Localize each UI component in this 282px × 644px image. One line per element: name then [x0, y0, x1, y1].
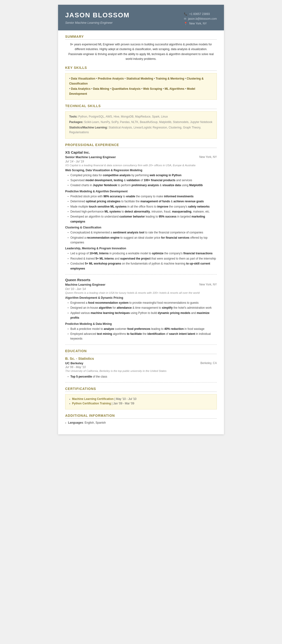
- experience-title: PROFESSIONAL EXPERIENCE: [65, 143, 217, 148]
- summary-text: 9+ years experienced ML Engineer with pr…: [65, 42, 217, 62]
- bullet-item: Employed advanced text mining algorithms…: [68, 332, 217, 341]
- summary-section: SUMMARY 9+ years experienced ML Engineer…: [65, 35, 217, 62]
- candidate-name: JASON BLOSSOM: [65, 12, 130, 19]
- location-text: New York, NY: [189, 22, 207, 25]
- bullet-item: Supervised model development, testing & …: [68, 178, 217, 182]
- bullet-item: Conducted 5+ ML workshop programs on the…: [68, 261, 217, 271]
- edu-achievement: Top 5 percentile of the class: [68, 374, 217, 379]
- job-location-xs: New York, NY: [199, 155, 217, 159]
- statistics-line: Statistics/Machine Learning: Statistical…: [69, 126, 213, 134]
- edu-location: Berkeley, CA: [200, 362, 217, 365]
- summary-title: SUMMARY: [65, 35, 217, 40]
- bullets-algorithm: Engineered a food recommendation system …: [65, 300, 217, 320]
- divider-2: [65, 344, 217, 345]
- header-section: JASON BLOSSOM Senior Machine Learning En…: [58, 5, 224, 30]
- resume-container: JASON BLOSSOM Senior Machine Learning En…: [58, 5, 224, 434]
- packages-line: Packages: Scikit-Learn, NumPy, SciPy, Pa…: [69, 120, 213, 124]
- contact-info: 📞 +1 83657 23893 ✉ jason.b@blossom.com 📍…: [184, 12, 217, 25]
- phone-icon: 📞: [184, 12, 187, 16]
- bullet-item: Conceptualized & implemented a sentiment…: [68, 230, 217, 235]
- company-name-xs: XS Capital Inc.: [65, 150, 217, 154]
- bullet-item: Originated a recommendation engine to su…: [68, 235, 217, 245]
- phone-number: +1 83657 23893: [189, 12, 210, 16]
- job-xs-capital: XS Capital Inc. Senior Machine Learning …: [65, 150, 217, 271]
- job-title-xs: Senior Machine Learning Engineer: [65, 155, 116, 159]
- technical-skills-title: TECHNICAL SKILLS: [65, 104, 217, 109]
- location-contact: 📍 New York, NY: [184, 22, 217, 25]
- bullets-predictive: Predicted stock price with 98% accuracy …: [65, 194, 217, 224]
- degree-name: B. Sc. - Statistics: [65, 356, 217, 360]
- key-skills-section: KEY SKILLS • Data Visualization • Predic…: [65, 66, 217, 100]
- job-desc-xs: XS Capital is a leading financial & data…: [65, 164, 217, 167]
- key-skills-title: KEY SKILLS: [65, 66, 217, 71]
- job-title-queen: Machine Learning Engineer: [65, 283, 106, 286]
- bullet-item: Recruited & trained 5+ ML interns and su…: [68, 256, 217, 261]
- bullet-item: Predicted stock price with 98% accuracy …: [68, 194, 217, 199]
- subsection-algorithm: Algorithm Development & Dynamic Pricing: [65, 296, 217, 300]
- education-title: EDUCATION: [65, 349, 217, 354]
- divider-1: [65, 274, 217, 274]
- additional-title: ADDITIONAL INFORMATION: [65, 414, 217, 419]
- bullet-item: Devised high-performance ML systems to d…: [68, 209, 217, 214]
- additional-languages: Languages: English, Spanish: [65, 421, 217, 424]
- job-desc-queen: Queen Resorts is a leading chain in USA …: [65, 291, 217, 294]
- header-left: JASON BLOSSOM Senior Machine Learning En…: [65, 12, 130, 24]
- bullets-web-scraping: Compiled pricing data for competitive an…: [65, 173, 217, 188]
- candidate-title: Senior Machine Learning Engineer: [65, 21, 130, 24]
- certifications-section: CERTIFICATIONS Machine Learning Certific…: [65, 387, 217, 410]
- experience-section: PROFESSIONAL EXPERIENCE XS Capital Inc. …: [65, 143, 217, 345]
- subsection-clustering: Clustering & Classification: [65, 226, 217, 229]
- bullet-item: Applied various machine learning techniq…: [68, 310, 217, 320]
- subsection-web-scraping: Web Scraping, Data Visualization & Regre…: [65, 168, 217, 172]
- certifications-box: Machine Learning Certification | May '10…: [65, 394, 217, 410]
- job-header-xs: Senior Machine Learning Engineer New Yor…: [65, 155, 217, 159]
- divider-3: [65, 382, 217, 382]
- skills-line-2: • Data Analytics • Data Mining • Quantit…: [69, 86, 213, 97]
- location-icon: 📍: [184, 22, 187, 25]
- job-dates-queen: Oct '10 - Jun '14: [65, 287, 217, 291]
- bullets-data-mining: Built a predictive model to analyze cust…: [65, 326, 217, 341]
- certifications-title: CERTIFICATIONS: [65, 387, 217, 392]
- bullet-item: Built a predictive model to analyze cust…: [68, 326, 217, 331]
- job-dates-xs: Jul '14 - Jul '19: [65, 160, 217, 163]
- company-name-queen: Queen Resorts: [65, 278, 217, 282]
- additional-section: ADDITIONAL INFORMATION Languages: Englis…: [65, 414, 217, 424]
- bullet-item: Compiled pricing data for competitive an…: [68, 173, 217, 178]
- subsection-leadership: Leadership, Mentoring & Program Innovati…: [65, 247, 217, 250]
- phone-contact: 📞 +1 83657 23893: [184, 12, 217, 16]
- bullet-item: Engineered a food recommendation system …: [68, 300, 217, 305]
- edu-bullets: Top 5 percentile of the class: [65, 374, 217, 379]
- email-contact: ✉ jason.b@blossom.com: [184, 17, 217, 20]
- education-section: EDUCATION B. Sc. - Statistics UC Berkele…: [65, 349, 217, 382]
- email-icon: ✉: [184, 17, 186, 20]
- skills-line-1: • Data Visualization • Predictive Analys…: [69, 76, 213, 86]
- cert-item-1: Machine Learning Certification | May '10…: [69, 397, 213, 400]
- subsection-data-mining: Predictive Modeling & Data Mining: [65, 322, 217, 326]
- bullet-item: Determined optimal pricing strategies to…: [68, 199, 217, 204]
- job-queen-resorts: Queen Resorts Machine Learning Engineer …: [65, 278, 217, 341]
- tools-line: Tools: Python, PostgreSQL, AWS, Hive, Mo…: [69, 114, 213, 119]
- main-content: SUMMARY 9+ years experienced ML Engineer…: [58, 30, 224, 434]
- bullet-item: Created charts in Jupyter Notebook to pe…: [68, 183, 217, 188]
- technical-skills-box: Tools: Python, PostgreSQL, AWS, Hive, Mo…: [65, 111, 217, 139]
- bullet-item: Developed an algorithm to understand cus…: [68, 214, 217, 224]
- bullets-leadership: Led a group of 10+ML Interns in producin…: [65, 251, 217, 271]
- bullet-item: Led a group of 10+ML Interns in producin…: [68, 251, 217, 256]
- edu-desc: The University of California, Berkeley i…: [65, 370, 217, 372]
- bullet-item: Made multiple touch sensitive ML systems…: [68, 204, 217, 209]
- cert-item-2: Python Certification Training | Jan '09 …: [69, 402, 213, 405]
- job-location-queen: New York, NY: [199, 283, 217, 286]
- university-name: UC Berkeley: [65, 362, 83, 365]
- bullets-clustering: Conceptualized & implemented a sentiment…: [65, 230, 217, 245]
- technical-skills-section: TECHNICAL SKILLS Tools: Python, PostgreS…: [65, 104, 217, 139]
- job-header-queen: Machine Learning Engineer New York, NY: [65, 283, 217, 287]
- edu-dates: Jul '06 - May '10: [65, 366, 217, 369]
- subsection-predictive: Predictive Modeling & Algorithm Developm…: [65, 190, 217, 193]
- key-skills-box: • Data Visualization • Predictive Analys…: [65, 73, 217, 100]
- edu-header: UC Berkeley Berkeley, CA: [65, 362, 217, 365]
- email-address: jason.b@blossom.com: [188, 17, 217, 20]
- bullet-item: Designed an in-house algorithm for atten…: [68, 306, 217, 310]
